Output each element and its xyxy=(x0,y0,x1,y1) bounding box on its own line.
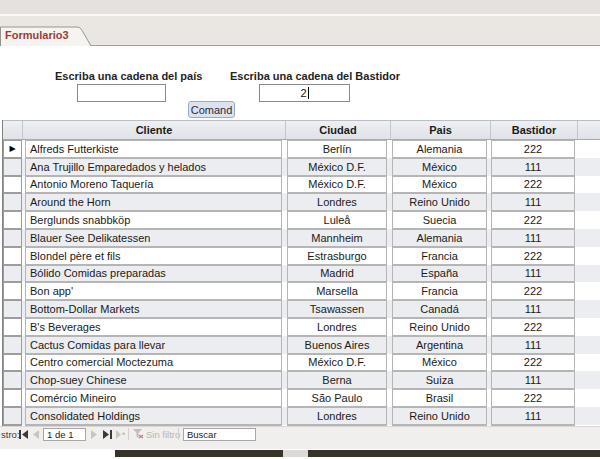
cell[interactable]: Londres xyxy=(287,407,387,425)
row-selector[interactable] xyxy=(3,229,22,247)
pais-input[interactable] xyxy=(77,84,166,102)
cell[interactable]: B's Beverages xyxy=(25,318,282,336)
cell[interactable]: Tsawassen xyxy=(287,300,387,318)
row-selector[interactable] xyxy=(3,176,22,194)
comand-button[interactable]: Comand xyxy=(188,101,235,118)
column-header-ciudad[interactable]: Ciudad xyxy=(286,121,391,139)
cell[interactable]: 222 xyxy=(491,211,575,229)
cell[interactable]: Berglunds snabbköp xyxy=(25,211,282,229)
row-selector[interactable] xyxy=(3,407,22,425)
bastidor-input[interactable]: 2 xyxy=(259,84,350,102)
cell[interactable]: Alfreds Futterkiste xyxy=(25,140,282,158)
row-selector[interactable] xyxy=(3,265,22,283)
column-header-pais[interactable]: Pais xyxy=(391,121,491,139)
cell[interactable]: Around the Horn xyxy=(25,193,282,211)
cell[interactable]: Alemania xyxy=(392,140,487,158)
table-row: Cactus Comidas para llevarBuenos AiresAr… xyxy=(3,336,600,354)
cell[interactable]: Chop-suey Chinese xyxy=(25,371,282,389)
cell[interactable]: 222 xyxy=(491,389,575,407)
cell[interactable]: Suecia xyxy=(392,211,487,229)
first-record-button[interactable] xyxy=(18,427,29,441)
cell[interactable]: Blondel père et fils xyxy=(25,247,282,265)
new-record-button[interactable]: * xyxy=(115,427,128,441)
cell[interactable]: Londres xyxy=(287,193,387,211)
row-selector[interactable] xyxy=(3,193,22,211)
cell[interactable]: Bólido Comidas preparadas xyxy=(25,265,282,283)
cell[interactable]: Argentina xyxy=(392,336,487,354)
cell[interactable]: 111 xyxy=(491,193,575,211)
cell[interactable]: São Paulo xyxy=(287,389,387,407)
row-selector[interactable]: ▶ xyxy=(3,140,22,158)
cell[interactable]: Reino Unido xyxy=(392,318,487,336)
cell[interactable]: 111 xyxy=(491,229,575,247)
cell[interactable]: Bottom-Dollar Markets xyxy=(25,300,282,318)
cell[interactable]: Ana Trujillo Emparedados y helados xyxy=(25,158,282,176)
cell[interactable]: México xyxy=(392,158,487,176)
cell[interactable]: Comércio Mineiro xyxy=(25,389,282,407)
cell[interactable]: Berlín xyxy=(287,140,387,158)
cell[interactable]: Reino Unido xyxy=(392,193,487,211)
cell[interactable]: México xyxy=(392,354,487,372)
cell[interactable]: España xyxy=(392,265,487,283)
table-row: Berglunds snabbköpLuleåSuecia222 xyxy=(3,211,600,229)
row-selector[interactable] xyxy=(3,247,22,265)
cell[interactable]: 222 xyxy=(491,318,575,336)
cell[interactable]: Luleå xyxy=(287,211,387,229)
cell[interactable]: Bon app' xyxy=(25,282,282,300)
previous-record-button[interactable] xyxy=(32,427,40,441)
cell[interactable]: Suiza xyxy=(392,371,487,389)
cell[interactable]: Brasil xyxy=(392,389,487,407)
row-selector[interactable] xyxy=(3,300,22,318)
cell[interactable]: Centro comercial Moctezuma xyxy=(25,354,282,372)
last-record-button[interactable] xyxy=(102,427,113,441)
cell[interactable]: 222 xyxy=(491,140,575,158)
next-record-button[interactable] xyxy=(90,427,98,441)
cell[interactable]: 222 xyxy=(491,282,575,300)
cell[interactable]: Francia xyxy=(392,247,487,265)
cell[interactable]: México D.F. xyxy=(287,354,387,372)
cell[interactable]: Mannheim xyxy=(287,229,387,247)
cell[interactable]: 111 xyxy=(491,407,575,425)
row-selector[interactable] xyxy=(3,282,22,300)
cell[interactable]: Alemania xyxy=(392,229,487,247)
cell[interactable]: 222 xyxy=(491,247,575,265)
row-selector[interactable] xyxy=(3,371,22,389)
row-selector[interactable] xyxy=(3,318,22,336)
cell[interactable]: 111 xyxy=(491,371,575,389)
row-selector-header[interactable] xyxy=(3,121,23,139)
cell[interactable]: 111 xyxy=(491,265,575,283)
cell[interactable]: México D.F. xyxy=(287,176,387,194)
row-selector[interactable] xyxy=(3,158,22,176)
search-input[interactable]: Buscar xyxy=(183,428,256,441)
cell[interactable]: Francia xyxy=(392,282,487,300)
cell[interactable]: Blauer See Delikatessen xyxy=(25,229,282,247)
cell[interactable]: Estrasburgo xyxy=(287,247,387,265)
cell[interactable]: México xyxy=(392,176,487,194)
filter-button[interactable] xyxy=(133,427,144,441)
row-selector[interactable] xyxy=(3,389,22,407)
row-selector[interactable] xyxy=(3,336,22,354)
cell[interactable]: 111 xyxy=(491,300,575,318)
cell[interactable]: Canadá xyxy=(392,300,487,318)
cell[interactable]: Antonio Moreno Taquería xyxy=(25,176,282,194)
cell[interactable]: 111 xyxy=(491,336,575,354)
column-header-cliente[interactable]: Cliente xyxy=(23,121,286,139)
cell[interactable]: Cactus Comidas para llevar xyxy=(25,336,282,354)
cell[interactable]: México D.F. xyxy=(287,158,387,176)
column-header-bastidor[interactable]: Bastidor xyxy=(491,121,578,139)
cell[interactable]: Buenos Aires xyxy=(287,336,387,354)
document-tab-strip: Formulario3 xyxy=(0,16,600,46)
cell[interactable]: Londres xyxy=(287,318,387,336)
cell[interactable]: 111 xyxy=(491,158,575,176)
row-selector[interactable] xyxy=(3,354,22,372)
cell[interactable]: Madrid xyxy=(287,265,387,283)
cell[interactable]: 222 xyxy=(491,176,575,194)
cell[interactable]: Consolidated Holdings xyxy=(25,407,282,425)
cell[interactable]: Berna xyxy=(287,371,387,389)
record-position-box[interactable]: 1 de 1 xyxy=(43,428,86,441)
cell[interactable]: Marsella xyxy=(287,282,387,300)
cell[interactable]: 222 xyxy=(491,354,575,372)
cell[interactable]: Reino Unido xyxy=(392,407,487,425)
tab-formulario3[interactable]: Formulario3 xyxy=(0,26,96,46)
row-selector[interactable] xyxy=(3,211,22,229)
